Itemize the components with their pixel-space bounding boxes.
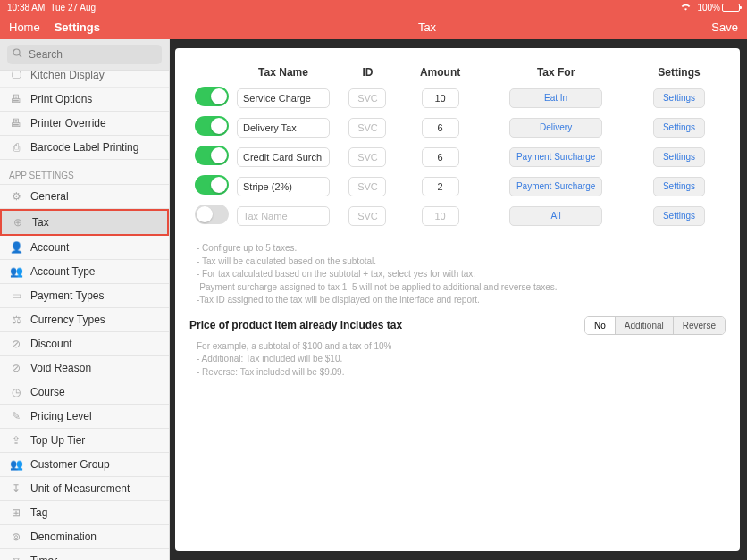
segment-option[interactable]: Additional [616, 317, 674, 334]
sidebar-item[interactable]: ⊘Void Reason [0, 356, 169, 380]
sidebar-item[interactable]: ◷Course [0, 380, 169, 405]
tax-toggle[interactable] [195, 205, 229, 224]
segment-option[interactable]: No [585, 317, 616, 334]
tax-toggle[interactable] [195, 175, 229, 195]
tax-row: SVC 10 All Settings [191, 202, 724, 230]
sidebar-icon: 🖶 [9, 117, 23, 130]
sidebar-item[interactable]: ✎Pricing Level [0, 405, 169, 429]
tax-notes: - Configure up to 5 taxes.- Tax will be … [197, 242, 726, 307]
th-id: ID [334, 63, 401, 82]
tax-id-box[interactable]: SVC [348, 147, 386, 167]
sidebar-item-label: Tax [32, 216, 49, 229]
sidebar-item[interactable]: 👥Customer Group [0, 453, 169, 477]
tax-id-box[interactable]: SVC [348, 206, 386, 226]
tax-name-input[interactable] [237, 88, 330, 108]
sidebar-icon: ⊕ [11, 216, 25, 229]
th-settings: Settings [634, 63, 724, 82]
sidebar-item-label: Void Reason [30, 362, 91, 374]
segment-option[interactable]: Reverse [674, 317, 725, 334]
tax-settings-button[interactable]: Settings [653, 88, 705, 108]
tax-amount-box[interactable]: 2 [422, 177, 459, 196]
th-taxfor: Tax For [479, 63, 633, 82]
sidebar-icon: ⚖ [9, 313, 23, 326]
sidebar-item[interactable]: ⧖Timer [0, 549, 169, 560]
tax-id-box[interactable]: SVC [348, 177, 386, 196]
sidebar-item[interactable]: 🖶Print Options [0, 88, 169, 112]
tax-amount-box[interactable]: 6 [422, 147, 459, 167]
tax-id-box[interactable]: SVC [348, 88, 386, 108]
tax-name-input[interactable] [237, 206, 330, 226]
sidebar-item[interactable]: 👤Account [0, 236, 169, 260]
sidebar-item[interactable]: ⊘Discount [0, 332, 169, 356]
tax-toggle[interactable] [195, 87, 229, 106]
nav-home[interactable]: Home [9, 21, 40, 34]
includes-example: For example, a subtotal of $100 and a ta… [197, 340, 726, 380]
tax-row: SVC 6 Payment Surcharge Settings [191, 143, 724, 171]
sidebar-item[interactable]: ⊕Tax [0, 209, 169, 236]
includes-segmented[interactable]: NoAdditionalReverse [584, 316, 726, 335]
nav-settings[interactable]: Settings [55, 21, 100, 34]
sidebar-icon: 👤 [9, 241, 23, 254]
sidebar-item-label: Timer [30, 555, 57, 560]
tax-for-button[interactable]: Payment Surcharge [509, 177, 602, 196]
sidebar-icon: ⊘ [9, 362, 23, 374]
sidebar-item-label: Printer Override [30, 117, 106, 130]
sidebar-item-label: Account [30, 241, 69, 254]
sidebar-icon: 👥 [9, 265, 23, 278]
sidebar-item[interactable]: ⚙General [0, 185, 169, 209]
tax-toggle[interactable] [195, 116, 229, 136]
tax-amount-box[interactable]: 6 [422, 118, 459, 138]
tax-for-button[interactable]: All [509, 206, 602, 226]
nav-bar: Home Settings Tax Save [0, 14, 747, 39]
tax-row: SVC 10 Eat In Settings [191, 84, 724, 112]
tax-for-button[interactable]: Eat In [509, 88, 602, 108]
sidebar-item[interactable]: ⚖Currency Types [0, 308, 169, 332]
tax-name-input[interactable] [237, 177, 330, 196]
tax-for-button[interactable]: Payment Surcharge [509, 147, 602, 167]
svg-point-0 [13, 49, 20, 55]
tax-row: SVC 6 Delivery Settings [191, 113, 724, 141]
sidebar-item[interactable]: ↧Unit of Measurement [0, 477, 169, 501]
tax-toggle[interactable] [195, 146, 229, 165]
tax-for-button[interactable]: Delivery [509, 118, 602, 138]
save-button[interactable]: Save [711, 21, 738, 34]
sidebar-item[interactable]: 👥Account Type [0, 260, 169, 284]
search-input[interactable] [7, 45, 162, 64]
tax-amount-box[interactable]: 10 [422, 88, 459, 108]
sidebar-icon: ⎙ [9, 141, 23, 154]
sidebar-item[interactable]: ⎙Barcode Label Printing [0, 136, 169, 160]
content-area: Tax Name ID Amount Tax For Settings SVC … [175, 48, 740, 551]
sidebar-item-label: Payment Types [30, 289, 105, 302]
sidebar-item-label: Discount [30, 338, 72, 350]
tax-settings-button[interactable]: Settings [653, 177, 705, 196]
sidebar-icon: ↧ [9, 482, 23, 495]
sidebar-icon: ▭ [9, 289, 23, 302]
tax-settings-button[interactable]: Settings [653, 147, 705, 167]
tax-settings-button[interactable]: Settings [653, 206, 705, 226]
sidebar-icon: 🖶 [9, 93, 23, 105]
sidebar-icon: ⧖ [9, 555, 23, 560]
sidebar-item-label: Pricing Level [30, 410, 92, 422]
tax-settings-button[interactable]: Settings [653, 118, 705, 138]
wifi-icon [680, 3, 692, 13]
sidebar-item[interactable]: 🖵Kitchen Display [0, 63, 169, 88]
sidebar-icon: 🖵 [9, 69, 23, 81]
sidebar-item[interactable]: 🖶Printer Override [0, 112, 169, 136]
sidebar-item[interactable]: ▭Payment Types [0, 284, 169, 308]
nav-title: Tax [170, 21, 684, 34]
tax-table: Tax Name ID Amount Tax For Settings SVC … [189, 61, 726, 231]
sidebar-icon: ⊘ [9, 338, 23, 350]
tax-row: SVC 2 Payment Surcharge Settings [191, 172, 724, 200]
sidebar-item-label: Denomination [30, 531, 97, 543]
sidebar-icon: ✎ [9, 410, 23, 422]
sidebar: 🖵Kitchen Display🖶Print Options🖶Printer O… [0, 39, 170, 560]
sidebar-item[interactable]: ⊞Tag [0, 501, 169, 525]
tax-name-input[interactable] [237, 118, 330, 138]
sidebar-item[interactable]: ⊚Denomination [0, 525, 169, 549]
th-amount: Amount [403, 63, 477, 82]
sidebar-item-label: Customer Group [30, 458, 110, 471]
sidebar-item[interactable]: ⇪Top Up Tier [0, 429, 169, 453]
tax-id-box[interactable]: SVC [348, 118, 386, 138]
tax-name-input[interactable] [237, 147, 330, 167]
tax-amount-box[interactable]: 10 [422, 206, 459, 226]
